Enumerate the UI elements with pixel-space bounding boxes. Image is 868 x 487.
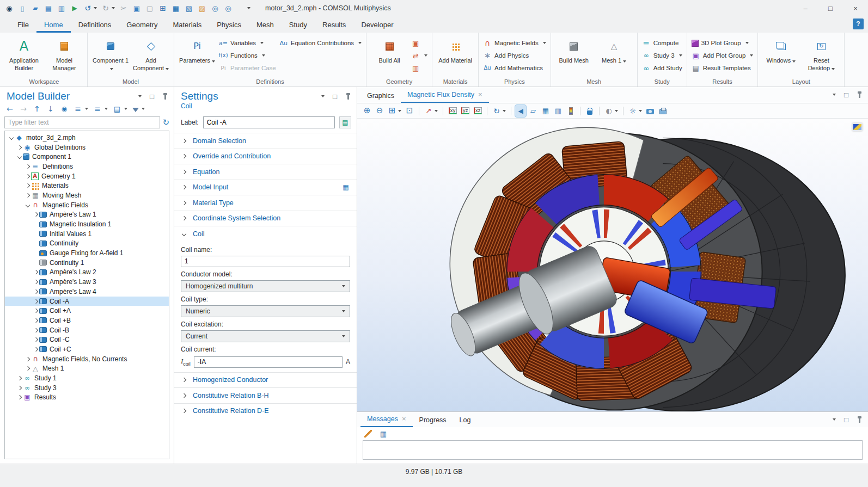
ribbon-build-all-button[interactable]: Build All <box>370 35 409 76</box>
ribbon-add-plot-group-button[interactable]: ▣Add Plot Group <box>690 51 755 60</box>
messages-tab-messages[interactable]: Messages× <box>360 411 413 427</box>
lock-button[interactable] <box>584 105 595 117</box>
nav-back-button[interactable]: ← <box>5 104 14 113</box>
coil-name-input[interactable] <box>181 256 350 267</box>
label-field[interactable] <box>203 116 335 128</box>
messages-tab-log[interactable]: Log <box>453 413 478 427</box>
ribbon-variables-button[interactable]: a=Variables <box>218 38 265 48</box>
tree-node-gauge-fixing-for-a-field-1[interactable]: Gauge Fixing for A-field 1 <box>5 248 169 258</box>
view-xy-button[interactable]: xy <box>447 105 458 117</box>
panel-collapse-button[interactable] <box>317 92 326 101</box>
panel-collapse-button[interactable] <box>135 92 143 101</box>
tree-node-amp-re-s-law-2[interactable]: Ampère's Law 2 <box>5 268 169 278</box>
close-button[interactable]: × <box>843 0 868 16</box>
view-xz-button[interactable]: xz <box>472 105 483 117</box>
rotate-button[interactable]: ↻ <box>491 105 507 117</box>
tree-node-motor-3d-2-mph[interactable]: ◆motor_3d_2.mph <box>5 133 169 143</box>
tree-node-study-3[interactable]: ∞Study 3 <box>5 383 169 393</box>
run-button[interactable]: ▶ <box>69 2 81 15</box>
ribbon-equation-contributions-button[interactable]: ΔuEquation Contributions <box>278 38 363 48</box>
tree-node-results[interactable]: ▣Results <box>5 393 169 403</box>
ribbon-mesh-1-button[interactable]: △Mesh 1 <box>595 35 634 76</box>
graphics-tab-magnetic-flux-density[interactable]: Magnetic Flux Density× <box>401 87 489 103</box>
ribbon-study-3-button[interactable]: ∞Study 3 <box>641 51 683 60</box>
section-override-and-contribution[interactable]: Override and Contribution <box>174 149 357 164</box>
panel-float-button[interactable]: □ <box>148 92 156 101</box>
tree-node-amp-re-s-law-4[interactable]: Ampère's Law 4 <box>5 287 169 297</box>
ribbon-build-mesh-button[interactable]: Build Mesh <box>554 35 594 76</box>
tree-node-mesh-1[interactable]: △Mesh 1 <box>5 364 169 374</box>
mesh-grid-button[interactable]: ▦ <box>540 105 551 117</box>
panel-pin-button[interactable] <box>855 415 864 424</box>
menu-results[interactable]: Results <box>315 16 353 33</box>
toolbar-options-button[interactable] <box>235 2 252 15</box>
tree-node-component-1[interactable]: Component 1 <box>5 152 169 162</box>
ribbon-component-1-button[interactable]: Component 1 <box>91 35 130 76</box>
tree-node-coil-b[interactable]: Coil -B <box>5 325 169 335</box>
node-group-button[interactable]: ▤ <box>113 104 127 113</box>
menu-physics[interactable]: Physics <box>209 16 249 33</box>
tree-node-continuity[interactable]: Continuity <box>5 239 169 249</box>
ribbon-add-material-button[interactable]: Add Material <box>436 35 475 76</box>
ribbon-import-geometry-button[interactable]: ▣ <box>410 38 421 48</box>
menu-mesh[interactable]: Mesh <box>249 16 282 33</box>
section-constitutive-relation-b-h[interactable]: Constitutive Relation B-H <box>174 387 357 403</box>
transparency-button[interactable]: ▱ <box>528 105 539 117</box>
ribbon-model-manager-button[interactable]: Model Manager <box>45 35 84 76</box>
menu-materials[interactable]: Materials <box>165 16 209 33</box>
panel-collapse-button[interactable] <box>829 415 838 424</box>
menu-definitions[interactable]: Definitions <box>71 16 119 33</box>
clear-selection-button[interactable]: ▨ <box>196 2 208 15</box>
ribbon-sync-geometry-button[interactable]: ⇄ <box>410 51 429 60</box>
plot-thumbnail-icon[interactable] <box>852 123 863 131</box>
minimize-button[interactable]: – <box>793 0 818 16</box>
undo-button[interactable]: ↺ <box>82 2 99 15</box>
section-coordinate-system-selection[interactable]: Coordinate System Selection <box>174 211 357 226</box>
print-button[interactable] <box>657 105 668 117</box>
menu-file[interactable]: File <box>10 16 36 33</box>
ribbon-add-physics-button[interactable]: ∗Add Physics <box>482 51 530 60</box>
menu-geometry[interactable]: Geometry <box>119 16 165 33</box>
section-equation[interactable]: Equation <box>174 164 357 180</box>
tree-node-coil-c[interactable]: Coil -C <box>5 335 169 344</box>
app-logo-button[interactable]: ◉ <box>3 2 15 15</box>
coil-current-input[interactable] <box>194 356 343 368</box>
tree-node-moving-mesh[interactable]: ▦Moving Mesh <box>5 190 169 200</box>
help-button[interactable]: ? <box>853 19 864 29</box>
ribbon-application-builder-button[interactable]: AApplication Builder <box>4 35 44 76</box>
ribbon-functions-button[interactable]: f(x)Functions <box>218 51 266 60</box>
tree-node-continuity-1[interactable]: Continuity 1 <box>5 258 169 268</box>
save-as-button[interactable]: ▥ <box>56 2 68 15</box>
tree-node-coil-a[interactable]: Coil +A <box>5 306 169 316</box>
collapse-tree-button[interactable]: ≡ <box>93 104 108 113</box>
cut-button[interactable]: ✂ <box>118 2 130 15</box>
coil-excitation-select[interactable]: Current <box>181 330 350 342</box>
section-material-type[interactable]: Material Type <box>174 195 357 211</box>
panel-pin-button[interactable] <box>344 92 352 101</box>
nav-forward-button[interactable]: → <box>19 104 28 113</box>
scene-light-button[interactable]: ◀ <box>515 105 526 117</box>
conductor-model-select[interactable]: Homogenized multiturn <box>181 280 350 292</box>
save-button[interactable]: ▤ <box>42 2 54 15</box>
ribbon-add-component-button[interactable]: Add Component <box>131 35 170 76</box>
copy-button[interactable]: ▣ <box>131 2 143 15</box>
view-yz-button[interactable]: yz <box>460 105 470 117</box>
tree-filter-input[interactable] <box>4 116 160 128</box>
tree-node-materials[interactable]: Materials <box>5 181 169 190</box>
zoom-out-button[interactable]: ⊖ <box>374 105 385 117</box>
find-button[interactable]: ◎ <box>209 2 221 15</box>
ribbon-add-mathematics-button[interactable]: ΔuAdd Mathematics <box>482 63 544 73</box>
paste-button[interactable]: ▢ <box>144 2 156 15</box>
tree-node-amp-re-s-law-3[interactable]: Ampère's Law 3 <box>5 277 169 287</box>
ribbon-reset-desktop-button[interactable]: ↻Reset Desktop <box>802 35 841 76</box>
default-view-button[interactable]: ↗ <box>423 105 439 117</box>
zoom-box-button[interactable]: ⊞ <box>387 105 402 117</box>
graphics-tab-graphics[interactable]: Graphics <box>360 89 401 103</box>
redo-button[interactable]: ↻ <box>100 2 117 15</box>
menu-study[interactable]: Study <box>282 16 315 33</box>
clear-messages-button[interactable] <box>363 428 374 440</box>
tree-node-amp-re-s-law-1[interactable]: Ampère's Law 1 <box>5 210 169 220</box>
maximize-button[interactable]: □ <box>818 0 843 16</box>
update-plot-button[interactable]: ☼ <box>627 105 643 117</box>
panel-float-button[interactable]: □ <box>842 415 851 424</box>
